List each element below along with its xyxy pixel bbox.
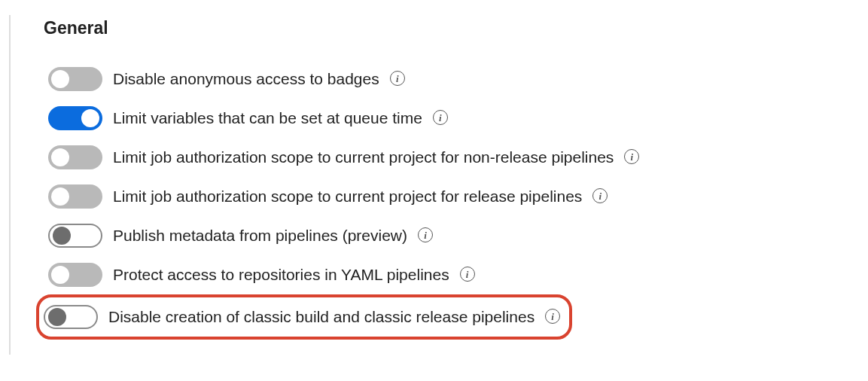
toggle-knob [81, 109, 99, 127]
info-icon[interactable]: i [418, 227, 433, 242]
setting-label: Disable creation of classic build and cl… [108, 308, 535, 326]
info-icon[interactable]: i [592, 188, 608, 203]
setting-protect-repo-access-yaml: Protect access to repositories in YAML p… [44, 255, 868, 294]
setting-label: Limit variables that can be set at queue… [113, 109, 422, 127]
toggle-limit-job-scope-non-release[interactable] [48, 145, 102, 169]
info-icon[interactable]: i [624, 149, 639, 164]
toggle-knob [51, 266, 69, 284]
highlighted-setting-callout: Disable creation of classic build and cl… [36, 294, 572, 340]
section-title: General [44, 18, 868, 38]
toggle-limit-variables-queue-time[interactable] [48, 106, 102, 130]
setting-label: Disable anonymous access to badges [113, 70, 379, 88]
setting-limit-job-scope-release: Limit job authorization scope to current… [44, 177, 868, 216]
setting-limit-job-scope-non-release: Limit job authorization scope to current… [44, 138, 868, 177]
toggle-knob [51, 148, 69, 166]
info-icon[interactable]: i [390, 71, 405, 86]
setting-label: Protect access to repositories in YAML p… [113, 266, 449, 284]
toggle-limit-job-scope-release[interactable] [48, 184, 102, 209]
toggle-disable-anonymous-badges[interactable] [48, 67, 102, 91]
settings-general-section: General Disable anonymous access to badg… [9, 15, 868, 355]
setting-disable-anonymous-badges: Disable anonymous access to badges i [44, 59, 868, 99]
toggle-knob [51, 70, 69, 88]
toggle-knob [53, 227, 71, 245]
toggle-disable-classic-pipelines[interactable] [44, 305, 98, 329]
toggle-knob [51, 187, 69, 206]
toggle-protect-repo-access-yaml[interactable] [48, 263, 102, 287]
setting-limit-variables-queue-time: Limit variables that can be set at queue… [44, 99, 868, 138]
setting-label: Limit job authorization scope to current… [113, 187, 582, 206]
info-icon[interactable]: i [460, 267, 475, 282]
info-icon[interactable]: i [433, 110, 448, 125]
toggle-knob [48, 308, 66, 326]
setting-disable-classic-pipelines: Disable creation of classic build and cl… [41, 300, 563, 334]
setting-label: Publish metadata from pipelines (preview… [113, 227, 407, 245]
setting-publish-metadata-preview: Publish metadata from pipelines (preview… [44, 216, 868, 255]
toggle-publish-metadata-preview[interactable] [48, 224, 102, 248]
setting-label: Limit job authorization scope to current… [113, 148, 614, 166]
info-icon[interactable]: i [545, 309, 560, 324]
